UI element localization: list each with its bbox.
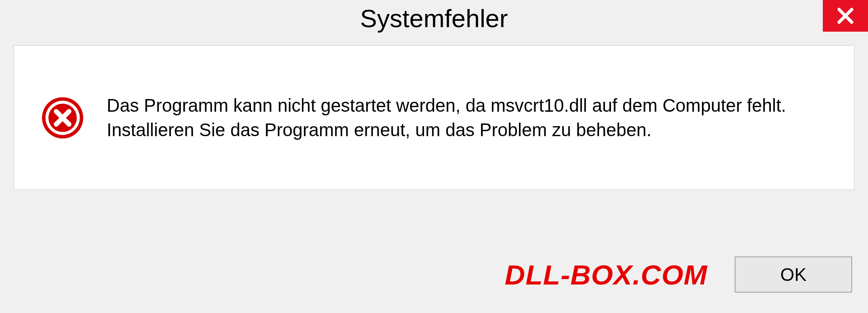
message-box: Das Programm kann nicht gestartet werden… [14,45,854,190]
error-message: Das Programm kann nicht gestartet werden… [107,93,827,142]
close-icon [836,7,854,25]
dialog-footer: DLL-BOX.COM OK [0,243,868,313]
ok-button[interactable]: OK [735,256,852,293]
watermark-text: DLL-BOX.COM [505,259,708,291]
dialog-title: Systemfehler [360,4,508,33]
error-icon [41,96,84,139]
close-button[interactable] [823,0,868,32]
ok-button-label: OK [780,265,807,285]
titlebar: Systemfehler [0,0,868,36]
content-area: Das Programm kann nicht gestartet werden… [0,36,868,243]
error-dialog: Systemfehler Das Programm kann nicht ges… [0,0,868,313]
